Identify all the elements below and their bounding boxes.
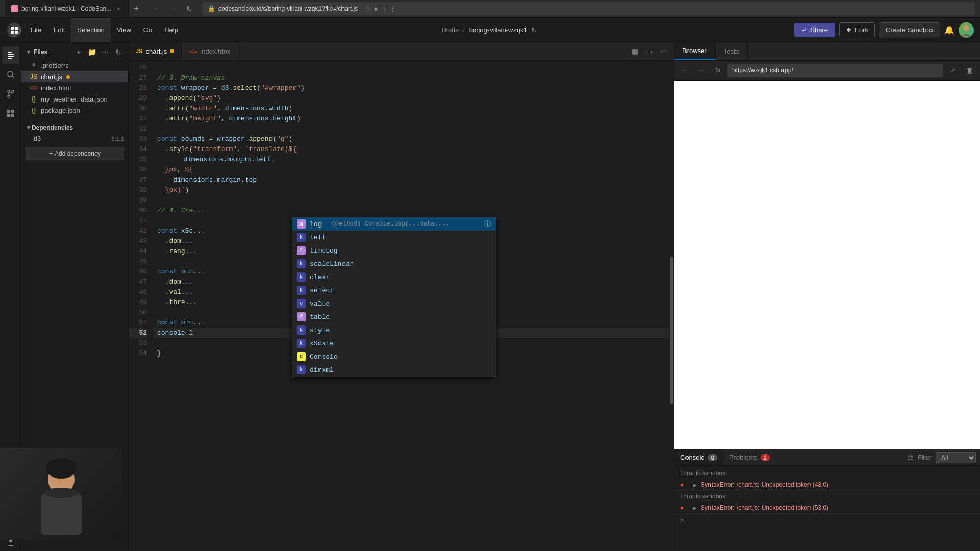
console-error-2[interactable]: ● ▶ SyntaxError: /chart.js: Unexpected t… [674,502,980,514]
refresh-icon[interactable]: ↻ [531,26,537,34]
preview-reload-btn[interactable]: ↻ [711,64,724,77]
menu-selection[interactable]: Selection [71,18,110,42]
error-text-2: SyntaxError: /chart.js: Unexpected token… [701,504,974,511]
preview-open-external-btn[interactable]: ↗ [946,64,960,77]
collapse-icon[interactable]: ▼ [26,48,32,56]
console-expand-btn[interactable]: > [674,514,980,527]
new-tab-btn[interactable]: + [129,2,143,16]
code-line-39 [153,195,674,206]
notification-icon[interactable]: 🔔 [944,25,954,35]
tab-browser[interactable]: Browser [674,42,716,60]
code-line-32 [153,124,674,134]
autocomplete-item-style[interactable]: k style [292,323,496,337]
sidebar-search-btn[interactable] [2,66,19,83]
console-tab-console[interactable]: Console 0 [674,449,723,465]
autocomplete-item-clear[interactable]: k clear [292,270,496,284]
line-numbers: 2627282930 3132333435 3637383940 4142434… [129,61,153,551]
active-browser-tab[interactable]: boring-villani-wzqk1 - CodeSan... × [5,0,129,17]
console-tab-problems[interactable]: Problems 2 [723,449,776,465]
forward-btn[interactable]: → [166,2,180,16]
create-sandbox-button[interactable]: Create Sandbox [879,22,940,37]
autocomplete-item-select[interactable]: k select [292,284,496,297]
preview-new-window-btn[interactable]: ▣ [963,64,976,77]
svg-rect-14 [7,110,10,113]
error-section-2: Error in sandbox: [674,491,980,502]
file-indexhtml[interactable]: </> index.html [21,82,128,93]
preview-url-bar[interactable]: https://wzqk1.csb.app/ [727,64,943,77]
autocomplete-item-value[interactable]: v value [292,297,496,310]
header-breadcrumb: Drafts / boring-villani-wzqk1 ↻ [184,26,794,34]
class-icon: C [297,352,306,361]
preview-content [674,81,980,449]
autocomplete-item-console[interactable]: C Console [292,350,496,363]
profile-icon[interactable]: ● [374,5,378,13]
info-icon[interactable]: ⓘ [483,220,492,228]
filter-select[interactable]: All Error Warning [936,452,976,463]
reload-btn[interactable]: ↻ [182,2,197,16]
sidebar-git-btn[interactable] [2,85,19,103]
keyword-icon-6: k [297,339,306,348]
problems-badge: 2 [761,454,770,461]
autocomplete-item-timelog[interactable]: f timeLog [292,244,496,257]
right-panel-tabs: Browser Tests [674,42,980,61]
package-json-icon: {} [30,106,38,114]
fork-button[interactable]: ❖ Fork [839,22,875,37]
file-package-json[interactable]: {} package.json [21,105,128,116]
svg-rect-8 [8,58,12,59]
tab-close-btn[interactable]: × [114,5,122,13]
new-folder-btn[interactable]: 📁 [86,46,97,58]
autocomplete-item-dirxml[interactable]: k dirxml [292,363,496,377]
sidebar-extensions-btn[interactable] [2,105,19,122]
error-section-1: Error in sandbox: [674,468,980,479]
svg-rect-0 [11,27,14,30]
expand-btn-2[interactable]: ▶ [693,505,697,511]
console-error-1[interactable]: ● ▶ SyntaxError: /chart.js: Unexpected t… [674,479,980,491]
autocomplete-item-xscale[interactable]: k xScale [292,337,496,350]
tab-indexhtml[interactable]: </> index.html [182,42,238,60]
sidebar-files-btn[interactable] [2,46,19,64]
autocomplete-item-log[interactable]: m log (method) Console.log(...data:... ⓘ [292,217,496,231]
dependencies-header[interactable]: ▼ Dependencies [21,122,128,133]
dependencies-section: ▼ Dependencies d3 6.1.1 + Add dependency [21,122,128,163]
more-actions-btn[interactable]: ⋯ [657,45,670,58]
file-weather-json[interactable]: {} my_weather_data.json [21,93,128,105]
menu-help[interactable]: Help [158,18,184,42]
autocomplete-item-table[interactable]: f table [292,310,496,323]
menu-edit[interactable]: Edit [47,18,71,42]
preview-nav: ← → ↻ https://wzqk1.csb.app/ ↗ ▣ [674,61,980,81]
split-vertical-btn[interactable]: ▭ [643,45,655,58]
address-bar[interactable]: 🔒 codesandbox.io/s/boring-villani-wzqk1?… [203,2,975,15]
user-avatar[interactable] [959,22,974,38]
add-dependency-button[interactable]: + Add dependency [26,147,124,160]
scrollbar-thumb[interactable] [670,257,673,404]
file-prettierrc[interactable]: ⚘ .prettierrc [21,60,128,71]
share-button[interactable]: ⤶ Share [794,23,835,37]
code-editor[interactable]: 2627282930 3132333435 3637383940 4142434… [129,61,674,551]
refresh-files-btn[interactable]: ↻ [113,46,124,58]
preview-back-btn[interactable]: ← [678,64,692,77]
editor-area: JS chart.js </> index.html ▦ ▭ ⋯ 2627282… [129,42,674,551]
collapse-all-btn[interactable]: ⋯ [100,46,111,58]
extensions-icon[interactable]: ▦ [380,5,387,13]
split-editor-btn[interactable]: ▦ [629,45,641,58]
keyword-icon-3: k [297,272,306,282]
bookmark-icon[interactable]: ☆ [365,5,372,13]
tab-tests[interactable]: Tests [716,42,748,60]
menu-view[interactable]: View [111,18,137,42]
expand-btn-1[interactable]: ▶ [693,482,697,488]
menu-go[interactable]: Go [137,18,158,42]
autocomplete-dropdown[interactable]: m log (method) Console.log(...data:... ⓘ… [292,217,496,377]
tab-chartjs[interactable]: JS chart.js [129,42,182,60]
preview-forward-btn[interactable]: → [695,64,708,77]
file-chartjs[interactable]: JS chart.js [21,71,128,82]
editor-scrollbar[interactable] [669,61,674,551]
svg-point-21 [46,458,77,479]
settings-icon[interactable]: ⋮ [389,5,396,13]
svg-rect-16 [7,114,10,117]
file-tree-header: ▼ Files + 📁 ⋯ ↻ [21,42,128,60]
autocomplete-item-scalelinear[interactable]: k scaleLinear [292,257,496,270]
new-file-btn[interactable]: + [73,46,84,58]
autocomplete-item-left[interactable]: k left [292,231,496,244]
menu-file[interactable]: File [24,18,47,42]
back-btn[interactable]: ← [150,2,164,16]
